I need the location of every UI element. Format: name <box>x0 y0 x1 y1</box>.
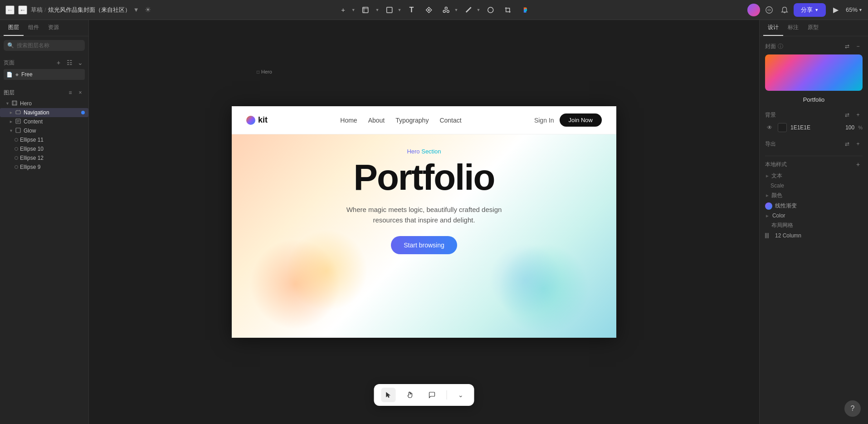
pen-tool[interactable] <box>421 3 436 17</box>
search-icon: 🔍 <box>7 42 14 49</box>
layer-glow-icon <box>15 128 22 134</box>
add-button[interactable]: + <box>336 3 351 17</box>
pages-expand-button[interactable]: ⌄ <box>76 58 85 67</box>
breadcrumb-dropdown-icon[interactable]: ▼ <box>133 6 139 13</box>
cover-minus-icon[interactable]: − <box>853 42 863 51</box>
section-label-left: Hero <box>407 148 419 155</box>
bg-transform-icon[interactable]: ⇄ <box>843 110 852 119</box>
layer-glow[interactable]: ▼ Glow <box>0 126 88 135</box>
color-gradient-item: 线性渐变 <box>765 201 863 211</box>
start-browsing-button[interactable]: Start browsing <box>391 236 457 254</box>
export-row: 导出 ⇄ + <box>765 139 863 148</box>
layers-more-options[interactable]: × <box>76 88 85 97</box>
search-input[interactable] <box>17 42 81 49</box>
cover-transform-icon[interactable]: ⇄ <box>843 42 852 51</box>
tab-design[interactable]: 设计 <box>763 20 783 36</box>
share-button[interactable]: 分享 ▼ <box>794 3 826 17</box>
logo-text: kit <box>258 115 268 125</box>
hand-tool[interactable] <box>403 388 418 402</box>
zoom-control[interactable]: 65% ▼ <box>846 6 863 13</box>
tab-annotate[interactable]: 标注 <box>783 20 803 36</box>
tab-assets[interactable]: 资源 <box>44 20 63 36</box>
canvas-frame[interactable]: kit Home About Typography Contact Sign I… <box>232 106 616 338</box>
layer-chevron-hero: ▼ <box>5 101 10 106</box>
layers-collapse-all[interactable]: ≡ <box>66 88 75 97</box>
color-chevron-icon: ► <box>765 193 770 198</box>
layer-ellipse10[interactable]: Ellipse 10 <box>0 144 88 153</box>
bg-add-icon[interactable]: + <box>853 110 863 119</box>
left-panel: 图层 组件 资源 🔍 页面 + ☷ ⌄ 📄 ◆ Fre <box>0 20 89 424</box>
figma-icon-btn[interactable] <box>517 3 532 17</box>
layers-actions: ≡ × <box>66 88 85 97</box>
tab-components[interactable]: 组件 <box>24 20 44 36</box>
shape-tool[interactable] <box>382 3 397 17</box>
export-add-icon[interactable]: + <box>853 139 863 148</box>
layer-ellipse9[interactable]: Ellipse 9 <box>0 163 88 172</box>
join-now-button[interactable]: Join Now <box>560 113 602 127</box>
right-panel: 设计 标注 原型 封面 ⓘ ⇄ − <box>759 20 868 424</box>
layer-ellipse11[interactable]: Ellipse 11 <box>0 135 88 144</box>
add-tool-group: + ▼ <box>336 3 356 17</box>
help-button[interactable]: ? <box>844 400 861 417</box>
right-panel-tabs: 设计 标注 原型 <box>760 20 868 36</box>
tab-layers[interactable]: 图层 <box>4 20 24 36</box>
grid-column-icon <box>765 232 772 239</box>
components-tool[interactable] <box>439 3 453 17</box>
preview-button[interactable]: ▶ <box>829 3 843 17</box>
back-button[interactable]: ← <box>5 5 15 15</box>
layer-ellipse12[interactable]: Ellipse 12 <box>0 153 88 163</box>
expand-toolbar-button[interactable]: ⌄ <box>454 389 467 401</box>
text-tool[interactable]: T <box>404 3 419 17</box>
local-styles-add-button[interactable]: + <box>853 160 863 169</box>
color-arrow-icon: ► <box>765 213 770 218</box>
components-dropdown-icon[interactable]: ▼ <box>454 8 458 12</box>
page-item-free[interactable]: 📄 ◆ Free <box>4 69 85 80</box>
add-page-button[interactable]: + <box>54 58 63 67</box>
pages-grid-view-button[interactable]: ☷ <box>65 58 74 67</box>
layer-badge-nav <box>81 111 85 114</box>
nav-link-about[interactable]: About <box>368 117 385 124</box>
frame-tool[interactable] <box>358 3 373 17</box>
nav-link-home[interactable]: Home <box>340 117 357 124</box>
forward-button[interactable]: ← <box>18 5 27 15</box>
svg-point-6 <box>443 10 445 12</box>
frame-dropdown-icon[interactable]: ▼ <box>375 8 380 12</box>
ellipse-tool[interactable] <box>483 3 497 17</box>
edit-dropdown-icon[interactable]: ▼ <box>476 8 480 12</box>
cursor-tool[interactable] <box>381 388 396 402</box>
user-avatar[interactable] <box>747 4 760 16</box>
cover-info-icon[interactable]: ⓘ <box>778 43 783 50</box>
local-styles-label: 本地样式 <box>765 161 787 168</box>
export-section: 导出 ⇄ + <box>765 139 863 148</box>
layer-hero[interactable]: ▼ Hero <box>0 99 88 108</box>
layer-navigation-name: Navigation <box>24 109 79 116</box>
cloud-sync-icon[interactable]: ☀ <box>145 5 151 14</box>
shape-dropdown-icon[interactable]: ▼ <box>398 8 402 12</box>
bg-title: 背景 <box>765 111 776 119</box>
edit-tool[interactable] <box>461 3 475 17</box>
layer-content[interactable]: ► Content <box>0 117 88 126</box>
layer-ellipse11-name: Ellipse 11 <box>20 137 85 143</box>
color-gradient-icon <box>765 202 772 210</box>
community-icon[interactable] <box>763 4 775 16</box>
tab-prototype[interactable]: 原型 <box>803 20 823 36</box>
comment-tool[interactable] <box>425 388 439 402</box>
nav-link-typography[interactable]: Typography <box>395 117 429 124</box>
nav-link-contact[interactable]: Contact <box>439 117 461 124</box>
zoom-dropdown-icon: ▼ <box>858 8 863 12</box>
add-dropdown-icon[interactable]: ▼ <box>351 8 356 12</box>
hero-nav-actions: Sign In Join Now <box>534 113 602 127</box>
main-area: 图层 组件 资源 🔍 页面 + ☷ ⌄ 📄 ◆ Fre <box>0 20 868 424</box>
bg-visibility-button[interactable]: 👁 <box>765 123 774 132</box>
toolbar-divider <box>447 390 447 399</box>
notifications-icon[interactable] <box>778 4 791 16</box>
export-transform-icon[interactable]: ⇄ <box>843 139 852 148</box>
layer-navigation[interactable]: ► Navigation <box>0 108 88 117</box>
layer-frame-icon <box>12 100 18 107</box>
share-dropdown-icon: ▼ <box>814 8 819 12</box>
svg-point-7 <box>447 10 449 12</box>
signin-label[interactable]: Sign In <box>534 117 554 124</box>
canvas-area[interactable]: □ Hero kit Home About Typography Contact… <box>89 20 759 424</box>
bg-color-swatch[interactable] <box>778 123 787 132</box>
crop-tool[interactable] <box>500 3 515 17</box>
